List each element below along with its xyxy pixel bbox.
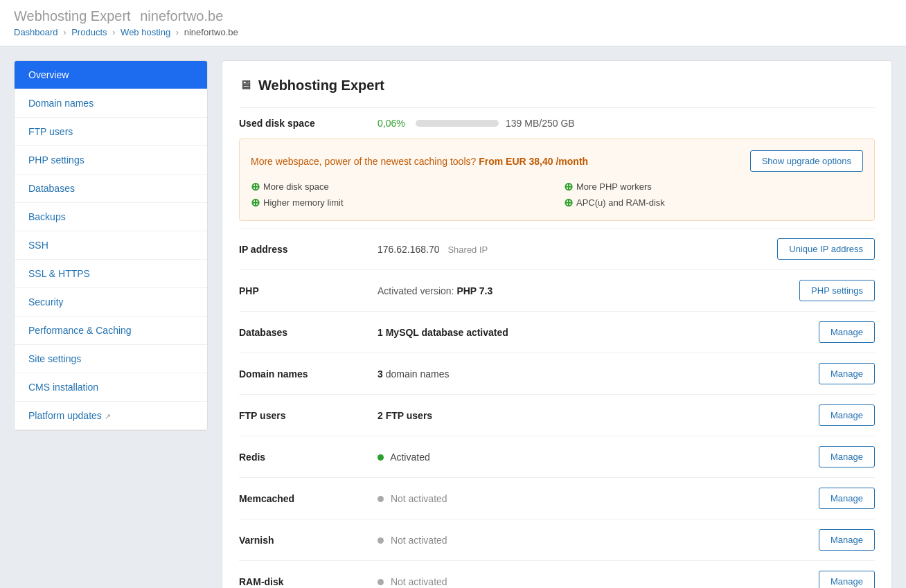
content-header: 🖥 Webhosting Expert: [239, 78, 875, 93]
memcached-manage-button[interactable]: Manage: [819, 488, 875, 509]
title-sub: ninefortwo.be: [140, 8, 223, 24]
php-settings-button[interactable]: PHP settings: [799, 280, 875, 301]
ip-label: IP address: [239, 244, 378, 255]
upgrade-features: ⊕ More disk space ⊕ More PHP workers ⊕ H…: [251, 180, 863, 209]
ftp-users-row: FTP users 2 FTP users Manage: [239, 394, 875, 436]
redis-value: Activated: [378, 452, 819, 463]
memcached-status-dot: [378, 496, 384, 502]
domain-names-label: Domain names: [239, 368, 378, 380]
php-row: PHP Activated version: PHP 7.3 PHP setti…: [239, 269, 875, 311]
ram-disk-row: RAM-disk Not activated Manage: [239, 560, 875, 588]
ip-row: IP address 176.62.168.70 Shared IP Uniqu…: [239, 228, 875, 269]
disk-size: 139 MB/250 GB: [506, 118, 575, 129]
sidebar-item-cms-installation[interactable]: CMS installation: [15, 373, 207, 402]
php-label: PHP: [239, 285, 378, 296]
varnish-status-dot: [378, 537, 384, 544]
disk-percent: 0,06%: [378, 118, 409, 129]
databases-label: Databases: [239, 327, 378, 338]
breadcrumb: Dashboard › Products › Web hosting › nin…: [14, 27, 892, 37]
upgrade-feature-apc: ⊕ APC(u) and RAM-disk: [564, 196, 863, 209]
varnish-label: Varnish: [239, 535, 378, 546]
varnish-value: Not activated: [378, 535, 819, 546]
ram-disk-manage-button[interactable]: Manage: [819, 571, 875, 588]
domain-names-manage-button[interactable]: Manage: [819, 363, 875, 384]
sidebar-item-overview[interactable]: Overview: [15, 61, 207, 89]
sidebar-item-security[interactable]: Security: [15, 288, 207, 317]
databases-manage-button[interactable]: Manage: [819, 321, 875, 343]
breadcrumb-webhosting[interactable]: Web hosting: [121, 27, 170, 37]
server-icon: 🖥: [239, 78, 251, 93]
varnish-row: Varnish Not activated Manage: [239, 519, 875, 560]
ram-disk-status-dot: [378, 579, 384, 585]
sidebar-item-databases[interactable]: Databases: [15, 175, 207, 203]
memcached-value: Not activated: [378, 493, 819, 504]
upgrade-feature-php-workers: ⊕ More PHP workers: [564, 180, 863, 193]
domain-names-value: 3 domain names: [378, 368, 819, 380]
top-bar: Webhosting Expert ninefortwo.be Dashboar…: [0, 0, 906, 46]
sidebar-item-site-settings[interactable]: Site settings: [15, 345, 207, 373]
upgrade-text: More webspace, power of the newest cachi…: [251, 156, 588, 167]
sidebar-item-ssl-https[interactable]: SSL & HTTPS: [15, 260, 207, 288]
ip-value: 176.62.168.70 Shared IP: [378, 244, 777, 255]
sidebar-item-domain-names[interactable]: Domain names: [15, 89, 207, 118]
upgrade-banner: More webspace, power of the newest cachi…: [239, 139, 875, 221]
redis-manage-button[interactable]: Manage: [819, 446, 875, 467]
varnish-manage-button[interactable]: Manage: [819, 529, 875, 551]
disk-bar: [416, 120, 499, 127]
upgrade-feature-memory: ⊕ Higher memory limit: [251, 196, 550, 209]
upgrade-feature-disk: ⊕ More disk space: [251, 180, 550, 193]
page-title: Webhosting Expert: [258, 78, 384, 93]
sidebar-item-ftp-users[interactable]: FTP users: [15, 118, 207, 146]
sidebar-item-platform-updates[interactable]: Platform updates: [15, 402, 207, 430]
title-main: Webhosting Expert: [14, 8, 131, 24]
sidebar-item-backups[interactable]: Backups: [15, 203, 207, 231]
site-title: Webhosting Expert ninefortwo.be: [14, 8, 892, 24]
databases-value: 1 MySQL database activated: [378, 327, 819, 338]
ftp-users-label: FTP users: [239, 410, 378, 421]
memcached-row: Memcached Not activated Manage: [239, 477, 875, 519]
databases-row: Databases 1 MySQL database activated Man…: [239, 311, 875, 353]
redis-status-dot: [378, 454, 384, 461]
show-upgrade-button[interactable]: Show upgrade options: [750, 150, 863, 172]
breadcrumb-products[interactable]: Products: [71, 27, 107, 37]
disk-value: 0,06% 139 MB/250 GB: [378, 118, 875, 129]
ram-disk-label: RAM-disk: [239, 576, 378, 587]
sidebar-item-ssh[interactable]: SSH: [15, 231, 207, 260]
breadcrumb-current: ninefortwo.be: [184, 27, 238, 37]
disk-label: Used disk space: [239, 118, 378, 129]
ftp-users-value: 2 FTP users: [378, 410, 819, 421]
redis-label: Redis: [239, 452, 378, 463]
disk-row: Used disk space 0,06% 139 MB/250 GB: [239, 107, 875, 139]
ram-disk-value: Not activated: [378, 576, 819, 587]
sidebar: Overview Domain names FTP users PHP sett…: [14, 60, 208, 431]
unique-ip-button[interactable]: Unique IP address: [777, 238, 875, 260]
sidebar-item-php-settings[interactable]: PHP settings: [15, 146, 207, 175]
main-content: 🖥 Webhosting Expert Used disk space 0,06…: [222, 60, 892, 588]
breadcrumb-dashboard[interactable]: Dashboard: [14, 27, 58, 37]
php-value: Activated version: PHP 7.3: [378, 285, 799, 296]
redis-row: Redis Activated Manage: [239, 436, 875, 477]
domain-names-row: Domain names 3 domain names Manage: [239, 353, 875, 394]
sidebar-item-performance-caching[interactable]: Performance & Caching: [15, 317, 207, 345]
ftp-users-manage-button[interactable]: Manage: [819, 404, 875, 426]
memcached-label: Memcached: [239, 493, 378, 504]
